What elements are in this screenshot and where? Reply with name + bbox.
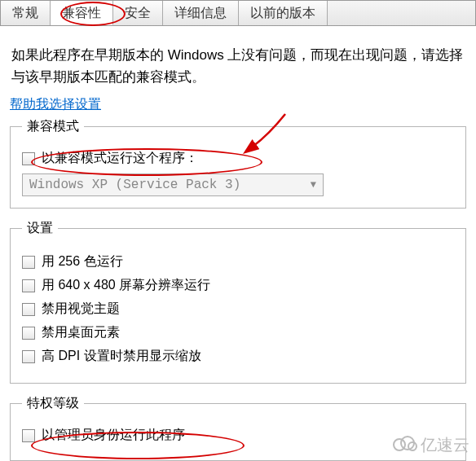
combo-compat-version[interactable]: Windows XP (Service Pack 3) ▼ bbox=[22, 173, 324, 196]
group-settings: 设置 用 256 色运行 用 640 x 480 屏幕分辨率运行 禁用视觉主题 … bbox=[10, 220, 466, 384]
tab-bar: 常规 兼容性 安全 详细信息 以前的版本 bbox=[0, 0, 476, 26]
legend-privilege: 特权等级 bbox=[22, 395, 84, 412]
legend-compat: 兼容模式 bbox=[22, 118, 84, 135]
tab-label: 详细信息 bbox=[174, 6, 227, 20]
checkbox-disable-themes[interactable] bbox=[22, 303, 35, 316]
checkbox-256-colors[interactable] bbox=[22, 256, 35, 269]
checkbox-compat-mode[interactable] bbox=[22, 152, 35, 165]
cloud-icon bbox=[391, 434, 417, 456]
chevron-down-icon: ▼ bbox=[311, 179, 316, 191]
help-text: 如果此程序在早期版本的 Windows 上没有问题，而现在出现问题，请选择与该早… bbox=[11, 44, 465, 88]
tab-details[interactable]: 详细信息 bbox=[163, 1, 239, 25]
combo-selected: Windows XP (Service Pack 3) bbox=[29, 178, 240, 192]
watermark: 亿速云 bbox=[391, 434, 469, 456]
tab-general[interactable]: 常规 bbox=[1, 1, 51, 25]
opt-label: 用 256 色运行 bbox=[42, 253, 123, 270]
help-link[interactable]: 帮助我选择设置 bbox=[10, 96, 101, 113]
tab-label: 兼容性 bbox=[62, 6, 101, 20]
tab-compatibility[interactable]: 兼容性 bbox=[51, 1, 113, 25]
checkbox-compat-label: 以兼容模式运行这个程序： bbox=[42, 150, 198, 167]
opt-label: 高 DPI 设置时禁用显示缩放 bbox=[42, 348, 201, 365]
tab-content: 如果此程序在早期版本的 Windows 上没有问题，而现在出现问题，请选择与该早… bbox=[0, 26, 476, 461]
checkbox-disable-dpi-scaling[interactable] bbox=[22, 350, 35, 363]
opt-label: 用 640 x 480 屏幕分辨率运行 bbox=[42, 277, 210, 294]
tab-label: 安全 bbox=[125, 6, 151, 20]
checkbox-run-as-admin[interactable] bbox=[22, 429, 35, 442]
checkbox-disable-desktop[interactable] bbox=[22, 327, 35, 340]
opt-label: 禁用桌面元素 bbox=[42, 324, 120, 341]
legend-settings: 设置 bbox=[22, 220, 58, 237]
tab-previous-versions[interactable]: 以前的版本 bbox=[239, 1, 328, 25]
tab-label: 以前的版本 bbox=[250, 6, 315, 20]
checkbox-640x480[interactable] bbox=[22, 279, 35, 292]
group-compat-mode: 兼容模式 以兼容模式运行这个程序： Windows XP (Service Pa… bbox=[10, 118, 466, 209]
tab-label: 常规 bbox=[12, 6, 38, 20]
opt-label: 禁用视觉主题 bbox=[42, 301, 120, 318]
checkbox-admin-label: 以管理员身份运行此程序 bbox=[42, 427, 185, 444]
watermark-text: 亿速云 bbox=[421, 434, 469, 456]
tab-security[interactable]: 安全 bbox=[113, 1, 163, 25]
